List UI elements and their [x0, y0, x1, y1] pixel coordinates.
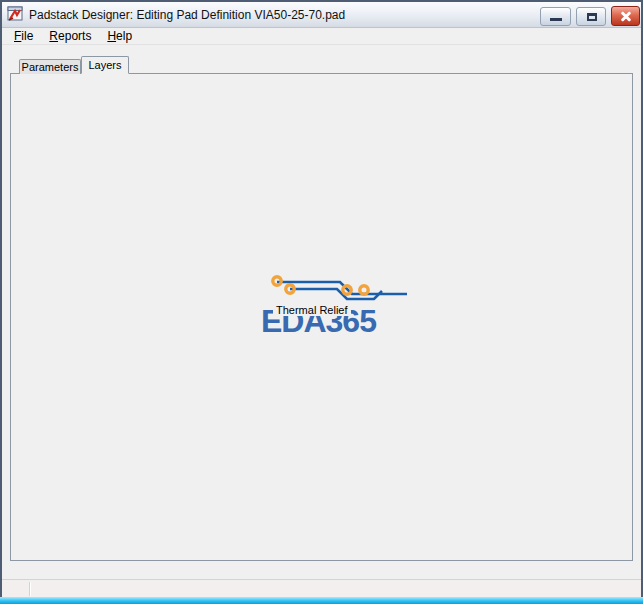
menubar: File Reports Help — [2, 28, 641, 45]
maximize-icon — [587, 13, 597, 21]
menu-item-reports[interactable]: Reports — [42, 28, 98, 44]
menu-item-help[interactable]: Help — [100, 28, 139, 44]
minimize-button[interactable] — [540, 7, 571, 26]
status-bar-divider — [29, 582, 30, 596]
close-button[interactable] — [611, 6, 640, 26]
watermark-circuit-traces-icon — [258, 264, 418, 308]
app-icon — [7, 6, 24, 23]
tab-layers[interactable]: Layers — [81, 56, 129, 74]
minimize-icon — [550, 18, 562, 21]
maximize-button[interactable] — [576, 7, 606, 26]
status-bar — [2, 579, 641, 597]
window-border-bottom — [0, 597, 643, 604]
tab-parameters[interactable]: Parameters — [19, 59, 81, 74]
window-title: Padstack Designer: Editing Pad Definitio… — [29, 8, 345, 22]
window-border-left — [0, 0, 2, 604]
window-border-top — [0, 0, 643, 2]
menu-item-file[interactable]: File — [7, 28, 40, 44]
thermal-relief-group-label: Thermal Relief — [273, 304, 351, 316]
